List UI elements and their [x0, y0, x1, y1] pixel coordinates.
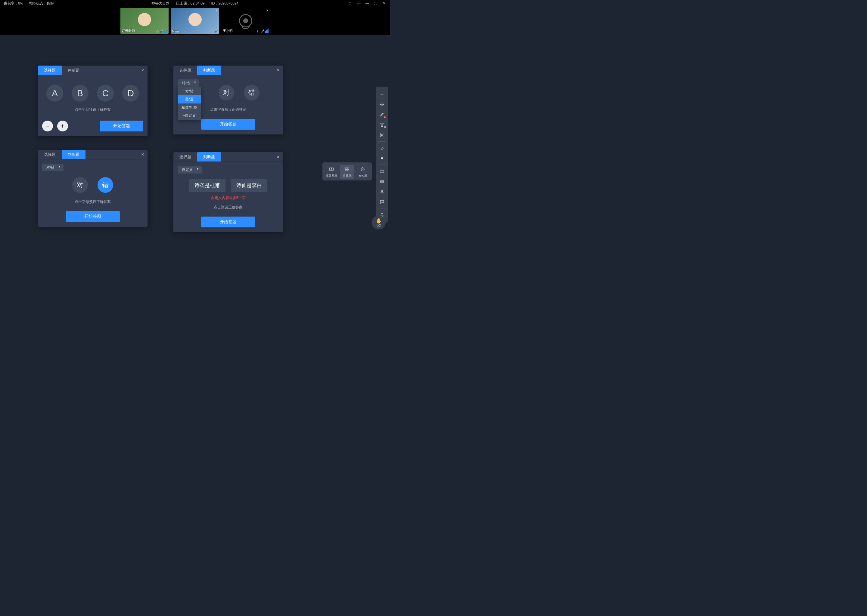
video-name: 王小明 [223, 28, 233, 33]
color-picker-icon[interactable] [377, 153, 387, 163]
type-dropdown[interactable]: 对/错 [42, 163, 63, 171]
video-name: 叮当老师 [121, 28, 135, 33]
session-id: ID：2020070324 [211, 1, 238, 6]
option-b[interactable]: B [72, 85, 88, 102]
fullscreen-icon[interactable] [374, 1, 378, 5]
close-icon[interactable]: × [266, 8, 268, 13]
minimize-icon[interactable]: — [365, 1, 369, 5]
svg-rect-6 [380, 181, 384, 182]
tab-true-false[interactable]: 判断题 [197, 152, 221, 162]
folder-icon[interactable] [377, 167, 387, 176]
packet-loss: 丢包率：0% [4, 1, 23, 6]
svg-point-3 [380, 134, 381, 134]
label: 屏幕共享 [325, 174, 337, 178]
option-true[interactable]: 对 [219, 85, 234, 101]
close-icon[interactable]: × [138, 68, 148, 73]
svg-rect-11 [345, 170, 347, 171]
close-icon[interactable]: × [273, 68, 283, 73]
video-strip: 叮当老师 🎤 × Nina 🎤 × 王小明 🎙🎤 [0, 6, 390, 35]
svg-point-2 [382, 94, 383, 95]
svg-rect-10 [347, 168, 349, 169]
apps-icon[interactable] [377, 176, 387, 186]
svg-point-7 [381, 190, 383, 192]
users-icon[interactable] [377, 187, 387, 196]
svg-rect-9 [345, 168, 347, 169]
minus-button[interactable]: − [42, 121, 53, 132]
scissors-icon[interactable] [377, 130, 387, 140]
audio-indicator: 🎤 [211, 30, 218, 33]
tab-choice[interactable]: 选择题 [38, 66, 62, 75]
close-icon[interactable]: × [138, 152, 148, 157]
label: 答题器 [342, 174, 352, 178]
option-true[interactable]: 对 [72, 177, 88, 193]
svg-rect-0 [349, 2, 351, 4]
text-icon[interactable]: T [377, 120, 387, 130]
network-status: 网络状态：良好 [28, 1, 54, 6]
camera-off-icon [239, 14, 252, 27]
svg-rect-12 [347, 170, 349, 171]
custom-option-1[interactable]: 诗圣是杜甫 [189, 179, 225, 192]
settings-icon[interactable] [357, 1, 361, 5]
option-a[interactable]: A [46, 85, 63, 102]
video-name: Nina [172, 30, 179, 33]
camera-icon[interactable] [348, 1, 353, 5]
elapsed-time: 已上课：02:34:09 [176, 1, 205, 6]
dropdown-button[interactable]: 自定义 [178, 166, 202, 174]
hint-text: 点击字母预设正确答案 [42, 200, 143, 204]
move-icon[interactable] [377, 99, 387, 109]
tab-true-false[interactable]: 判断题 [62, 66, 85, 75]
answer-tool-button[interactable]: 答题器 [340, 165, 354, 179]
tab-choice[interactable]: 选择题 [38, 150, 62, 159]
close-icon[interactable]: × [273, 154, 283, 160]
option-false[interactable]: 错 [98, 177, 113, 193]
laser-pointer-icon[interactable] [377, 90, 387, 99]
hand-count: 0/2 [377, 224, 381, 227]
hand-raise-button[interactable]: ✋ 0/2 [372, 216, 386, 229]
start-button[interactable]: 开始答题 [100, 121, 143, 132]
title-bar: 丢包率：0% 网络状态：良好 神秘大自然 已上课：02:34:09 ID：202… [0, 0, 390, 6]
hand-icon: ✋ [376, 218, 382, 223]
start-button[interactable]: 开始答题 [66, 211, 120, 222]
panel-custom: 选择题 判断题 × 自定义 诗圣是杜甫 诗仙是李白 自定义内容最多5个字 点击预… [173, 152, 283, 232]
race-answer-button[interactable]: 抢答器 [356, 165, 370, 179]
audio-indicator: 🎤 [156, 28, 167, 33]
svg-point-5 [381, 157, 383, 159]
type-dropdown[interactable]: 对/错 对/错 美/丑 精致/粗糙 +自定义 [178, 79, 199, 87]
dropdown-button[interactable]: 对/错 [178, 79, 199, 87]
close-window-icon[interactable]: ✕ [382, 1, 386, 5]
video-tile-host[interactable]: 叮当老师 🎤 [120, 8, 169, 34]
screen-share-button[interactable]: 屏幕共享 [324, 165, 339, 179]
audio-indicator: 🎙🎤 [256, 28, 268, 33]
dropdown-menu: 对/错 美/丑 精致/粗糙 +自定义 [178, 87, 201, 120]
dropdown-item[interactable]: +自定义 [178, 112, 201, 120]
close-icon[interactable]: × [216, 8, 218, 13]
start-button[interactable]: 开始答题 [201, 119, 255, 130]
start-button[interactable]: 开始答题 [201, 217, 255, 227]
tab-choice[interactable]: 选择题 [173, 152, 197, 162]
option-false[interactable]: 错 [244, 85, 260, 101]
option-d[interactable]: D [122, 85, 139, 102]
tab-true-false[interactable]: 判断题 [197, 66, 221, 75]
dropdown-item[interactable]: 精致/粗糙 [178, 104, 201, 112]
panel-true-false-dropdown: 选择题 判断题 × 对/错 对/错 美/丑 精致/粗糙 +自定义 对 错 点击字… [173, 66, 283, 134]
dropdown-item[interactable]: 对/错 [178, 87, 201, 95]
plus-button[interactable]: + [57, 121, 68, 132]
eraser-icon[interactable] [377, 143, 387, 153]
label: 抢答器 [358, 174, 367, 178]
video-tile-student-2[interactable]: × 王小明 🎙🎤 [222, 8, 270, 34]
dropdown-button[interactable]: 对/错 [42, 163, 63, 171]
chat-icon[interactable] [377, 197, 387, 207]
panel-true-false-selected: 选择题 判断题 × 对/错 对 错 点击字母预设正确答案 开始答题 [38, 150, 148, 227]
custom-option-2[interactable]: 诗仙是李白 [231, 179, 267, 192]
type-dropdown[interactable]: 自定义 [178, 166, 202, 174]
hint-text: 点击预设正确答案 [178, 205, 279, 210]
option-c[interactable]: C [97, 85, 114, 102]
panel-multiple-choice: 选择题 判断题 × A B C D 点击字母预设正确答案 − + 开始答题 [38, 66, 148, 136]
svg-point-1 [358, 3, 359, 4]
dropdown-item[interactable]: 美/丑 [178, 95, 201, 104]
pen-icon[interactable] [377, 110, 387, 119]
right-toolbar: T [376, 86, 388, 222]
video-tile-student-1[interactable]: × Nina 🎤 [171, 8, 219, 34]
tab-choice[interactable]: 选择题 [173, 66, 197, 75]
tab-true-false[interactable]: 判断题 [62, 150, 85, 159]
